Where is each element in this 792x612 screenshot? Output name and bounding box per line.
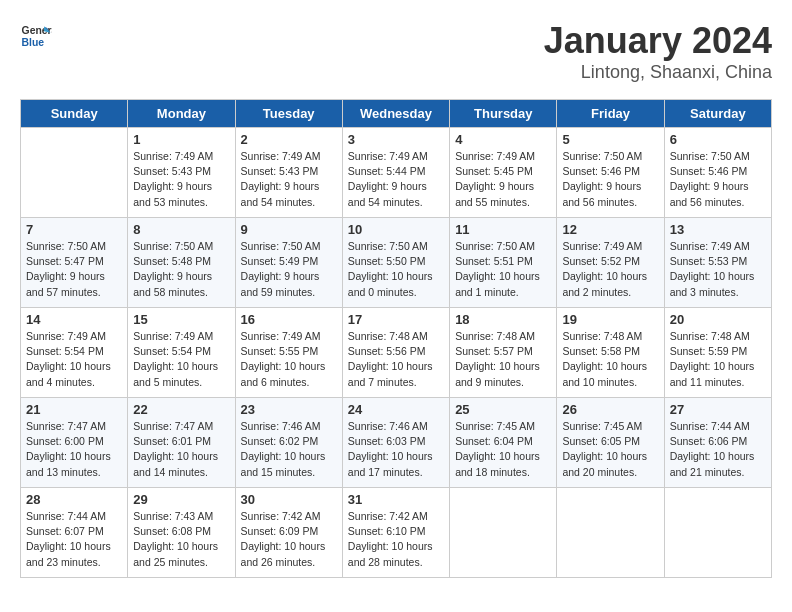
calendar-cell bbox=[664, 488, 771, 578]
calendar-cell: 31Sunrise: 7:42 AMSunset: 6:10 PMDayligh… bbox=[342, 488, 449, 578]
column-header-monday: Monday bbox=[128, 100, 235, 128]
day-number: 12 bbox=[562, 222, 658, 237]
calendar-cell: 8Sunrise: 7:50 AMSunset: 5:48 PMDaylight… bbox=[128, 218, 235, 308]
day-number: 5 bbox=[562, 132, 658, 147]
calendar-cell: 28Sunrise: 7:44 AMSunset: 6:07 PMDayligh… bbox=[21, 488, 128, 578]
svg-text:Blue: Blue bbox=[22, 37, 45, 48]
day-info: Sunrise: 7:49 AMSunset: 5:54 PMDaylight:… bbox=[26, 329, 122, 390]
day-number: 2 bbox=[241, 132, 337, 147]
calendar-title: January 2024 bbox=[544, 20, 772, 62]
calendar-cell: 12Sunrise: 7:49 AMSunset: 5:52 PMDayligh… bbox=[557, 218, 664, 308]
day-info: Sunrise: 7:49 AMSunset: 5:52 PMDaylight:… bbox=[562, 239, 658, 300]
day-info: Sunrise: 7:45 AMSunset: 6:05 PMDaylight:… bbox=[562, 419, 658, 480]
logo-icon: General Blue bbox=[20, 20, 52, 52]
day-number: 19 bbox=[562, 312, 658, 327]
day-number: 31 bbox=[348, 492, 444, 507]
calendar-cell: 1Sunrise: 7:49 AMSunset: 5:43 PMDaylight… bbox=[128, 128, 235, 218]
day-number: 18 bbox=[455, 312, 551, 327]
day-number: 4 bbox=[455, 132, 551, 147]
calendar-cell: 3Sunrise: 7:49 AMSunset: 5:44 PMDaylight… bbox=[342, 128, 449, 218]
calendar-cell: 17Sunrise: 7:48 AMSunset: 5:56 PMDayligh… bbox=[342, 308, 449, 398]
day-number: 16 bbox=[241, 312, 337, 327]
column-header-friday: Friday bbox=[557, 100, 664, 128]
calendar-table: SundayMondayTuesdayWednesdayThursdayFrid… bbox=[20, 99, 772, 578]
calendar-cell: 25Sunrise: 7:45 AMSunset: 6:04 PMDayligh… bbox=[450, 398, 557, 488]
day-number: 11 bbox=[455, 222, 551, 237]
week-row-5: 28Sunrise: 7:44 AMSunset: 6:07 PMDayligh… bbox=[21, 488, 772, 578]
day-info: Sunrise: 7:44 AMSunset: 6:07 PMDaylight:… bbox=[26, 509, 122, 570]
column-header-tuesday: Tuesday bbox=[235, 100, 342, 128]
calendar-cell: 27Sunrise: 7:44 AMSunset: 6:06 PMDayligh… bbox=[664, 398, 771, 488]
day-info: Sunrise: 7:50 AMSunset: 5:46 PMDaylight:… bbox=[670, 149, 766, 210]
calendar-cell: 18Sunrise: 7:48 AMSunset: 5:57 PMDayligh… bbox=[450, 308, 557, 398]
column-header-sunday: Sunday bbox=[21, 100, 128, 128]
calendar-cell: 13Sunrise: 7:49 AMSunset: 5:53 PMDayligh… bbox=[664, 218, 771, 308]
day-info: Sunrise: 7:45 AMSunset: 6:04 PMDaylight:… bbox=[455, 419, 551, 480]
calendar-cell: 22Sunrise: 7:47 AMSunset: 6:01 PMDayligh… bbox=[128, 398, 235, 488]
day-info: Sunrise: 7:49 AMSunset: 5:53 PMDaylight:… bbox=[670, 239, 766, 300]
calendar-cell: 24Sunrise: 7:46 AMSunset: 6:03 PMDayligh… bbox=[342, 398, 449, 488]
day-info: Sunrise: 7:50 AMSunset: 5:47 PMDaylight:… bbox=[26, 239, 122, 300]
day-number: 13 bbox=[670, 222, 766, 237]
day-number: 3 bbox=[348, 132, 444, 147]
calendar-cell: 20Sunrise: 7:48 AMSunset: 5:59 PMDayligh… bbox=[664, 308, 771, 398]
calendar-cell: 6Sunrise: 7:50 AMSunset: 5:46 PMDaylight… bbox=[664, 128, 771, 218]
calendar-body: 1Sunrise: 7:49 AMSunset: 5:43 PMDaylight… bbox=[21, 128, 772, 578]
calendar-cell: 10Sunrise: 7:50 AMSunset: 5:50 PMDayligh… bbox=[342, 218, 449, 308]
day-number: 23 bbox=[241, 402, 337, 417]
day-info: Sunrise: 7:50 AMSunset: 5:46 PMDaylight:… bbox=[562, 149, 658, 210]
calendar-cell: 11Sunrise: 7:50 AMSunset: 5:51 PMDayligh… bbox=[450, 218, 557, 308]
day-number: 10 bbox=[348, 222, 444, 237]
calendar-cell: 15Sunrise: 7:49 AMSunset: 5:54 PMDayligh… bbox=[128, 308, 235, 398]
day-info: Sunrise: 7:44 AMSunset: 6:06 PMDaylight:… bbox=[670, 419, 766, 480]
day-number: 30 bbox=[241, 492, 337, 507]
calendar-cell: 21Sunrise: 7:47 AMSunset: 6:00 PMDayligh… bbox=[21, 398, 128, 488]
week-row-3: 14Sunrise: 7:49 AMSunset: 5:54 PMDayligh… bbox=[21, 308, 772, 398]
day-number: 26 bbox=[562, 402, 658, 417]
column-header-wednesday: Wednesday bbox=[342, 100, 449, 128]
day-info: Sunrise: 7:50 AMSunset: 5:51 PMDaylight:… bbox=[455, 239, 551, 300]
calendar-subtitle: Lintong, Shaanxi, China bbox=[544, 62, 772, 83]
page-header: General Blue January 2024 Lintong, Shaan… bbox=[20, 20, 772, 83]
calendar-cell: 9Sunrise: 7:50 AMSunset: 5:49 PMDaylight… bbox=[235, 218, 342, 308]
calendar-cell: 19Sunrise: 7:48 AMSunset: 5:58 PMDayligh… bbox=[557, 308, 664, 398]
day-info: Sunrise: 7:50 AMSunset: 5:50 PMDaylight:… bbox=[348, 239, 444, 300]
day-info: Sunrise: 7:49 AMSunset: 5:43 PMDaylight:… bbox=[241, 149, 337, 210]
day-number: 29 bbox=[133, 492, 229, 507]
calendar-cell bbox=[557, 488, 664, 578]
day-number: 28 bbox=[26, 492, 122, 507]
day-number: 24 bbox=[348, 402, 444, 417]
day-number: 20 bbox=[670, 312, 766, 327]
calendar-header-row: SundayMondayTuesdayWednesdayThursdayFrid… bbox=[21, 100, 772, 128]
day-info: Sunrise: 7:48 AMSunset: 5:57 PMDaylight:… bbox=[455, 329, 551, 390]
day-number: 15 bbox=[133, 312, 229, 327]
day-info: Sunrise: 7:49 AMSunset: 5:44 PMDaylight:… bbox=[348, 149, 444, 210]
week-row-1: 1Sunrise: 7:49 AMSunset: 5:43 PMDaylight… bbox=[21, 128, 772, 218]
calendar-cell bbox=[21, 128, 128, 218]
logo: General Blue bbox=[20, 20, 52, 52]
day-number: 9 bbox=[241, 222, 337, 237]
day-info: Sunrise: 7:48 AMSunset: 5:58 PMDaylight:… bbox=[562, 329, 658, 390]
day-number: 25 bbox=[455, 402, 551, 417]
calendar-cell: 26Sunrise: 7:45 AMSunset: 6:05 PMDayligh… bbox=[557, 398, 664, 488]
day-number: 1 bbox=[133, 132, 229, 147]
calendar-cell bbox=[450, 488, 557, 578]
day-number: 8 bbox=[133, 222, 229, 237]
day-number: 22 bbox=[133, 402, 229, 417]
day-info: Sunrise: 7:50 AMSunset: 5:48 PMDaylight:… bbox=[133, 239, 229, 300]
day-info: Sunrise: 7:46 AMSunset: 6:03 PMDaylight:… bbox=[348, 419, 444, 480]
title-block: January 2024 Lintong, Shaanxi, China bbox=[544, 20, 772, 83]
day-number: 7 bbox=[26, 222, 122, 237]
week-row-4: 21Sunrise: 7:47 AMSunset: 6:00 PMDayligh… bbox=[21, 398, 772, 488]
day-number: 14 bbox=[26, 312, 122, 327]
day-info: Sunrise: 7:43 AMSunset: 6:08 PMDaylight:… bbox=[133, 509, 229, 570]
calendar-cell: 2Sunrise: 7:49 AMSunset: 5:43 PMDaylight… bbox=[235, 128, 342, 218]
calendar-cell: 23Sunrise: 7:46 AMSunset: 6:02 PMDayligh… bbox=[235, 398, 342, 488]
week-row-2: 7Sunrise: 7:50 AMSunset: 5:47 PMDaylight… bbox=[21, 218, 772, 308]
day-info: Sunrise: 7:47 AMSunset: 6:00 PMDaylight:… bbox=[26, 419, 122, 480]
day-info: Sunrise: 7:48 AMSunset: 5:59 PMDaylight:… bbox=[670, 329, 766, 390]
day-number: 27 bbox=[670, 402, 766, 417]
calendar-cell: 14Sunrise: 7:49 AMSunset: 5:54 PMDayligh… bbox=[21, 308, 128, 398]
day-number: 6 bbox=[670, 132, 766, 147]
calendar-cell: 29Sunrise: 7:43 AMSunset: 6:08 PMDayligh… bbox=[128, 488, 235, 578]
